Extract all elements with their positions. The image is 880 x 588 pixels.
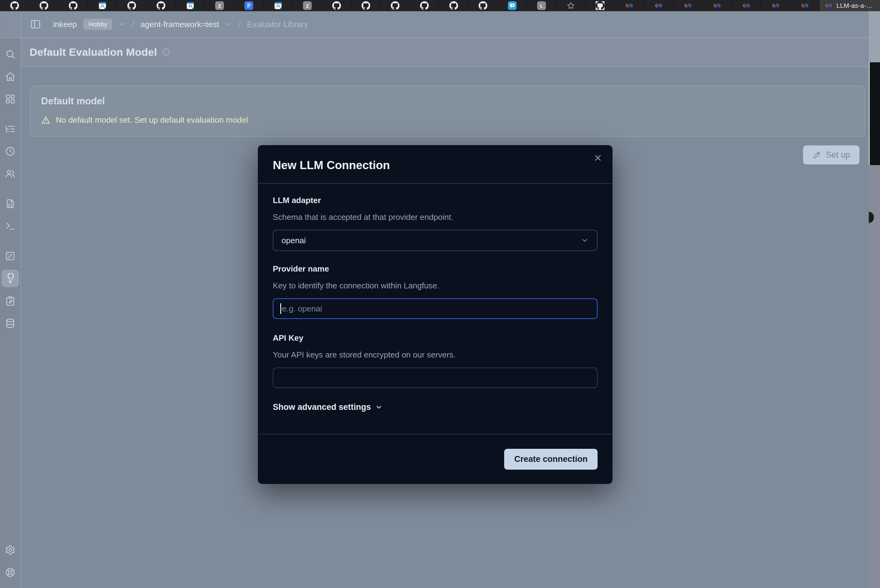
browser-tab-langfuse[interactable] <box>761 0 790 11</box>
breadcrumb-org[interactable]: inkeep <box>53 20 77 29</box>
pencil-icon <box>813 151 821 159</box>
langfuse-favicon <box>684 1 692 10</box>
sidebar-item-datasets[interactable] <box>1 315 19 332</box>
langfuse-favicon <box>825 2 833 10</box>
page-title: Default Evaluation Model <box>30 46 157 58</box>
browser-tab-langfuse[interactable] <box>703 0 732 11</box>
sidebar-item-support[interactable] <box>1 564 19 581</box>
chevron-down-icon[interactable] <box>118 21 126 28</box>
browser-tab-github[interactable] <box>29 0 58 11</box>
modal-title: New LLM Connection <box>273 159 598 172</box>
warning-text: No default model set. Set up default eva… <box>56 115 248 125</box>
svg-text:Z: Z <box>306 3 309 8</box>
show-advanced-settings-toggle[interactable]: Show advanced settings <box>273 402 598 412</box>
github-favicon <box>449 1 458 10</box>
chat-favicon <box>508 1 517 10</box>
github-light-favicon <box>596 1 604 10</box>
set-up-button[interactable]: Set up <box>803 146 859 165</box>
chevron-down-icon[interactable] <box>225 21 232 28</box>
sidebar-item-prompts[interactable] <box>1 195 19 212</box>
card-heading: Default model <box>41 96 854 107</box>
github-favicon <box>478 1 487 10</box>
sidebar-item-search[interactable] <box>1 45 19 63</box>
sidebar-item-users[interactable] <box>1 165 19 183</box>
langfuse-favicon <box>625 1 634 10</box>
browser-tab-langfuse[interactable] <box>644 0 673 11</box>
sidebar-item-tracing[interactable] <box>1 120 19 138</box>
browser-tab-github[interactable] <box>351 0 381 11</box>
browser-tab-chat[interactable] <box>498 0 527 11</box>
langfuse-favicon <box>801 1 809 10</box>
browser-tab-github[interactable] <box>146 0 175 11</box>
browser-tab-langfuse[interactable] <box>615 0 644 11</box>
sidebar-item-sessions[interactable] <box>1 142 19 160</box>
api-key-input[interactable] <box>273 368 598 388</box>
playground-icon <box>5 221 16 231</box>
github-favicon <box>39 1 48 10</box>
browser-tab-star[interactable] <box>556 0 585 11</box>
sidebar-item-settings[interactable] <box>1 541 19 559</box>
browser-tab-github[interactable] <box>439 0 468 11</box>
browser-tab-active[interactable]: LLM-as-a-… <box>820 0 880 11</box>
dashboards-icon <box>5 94 16 104</box>
provider-name-label: Provider name <box>273 264 598 274</box>
close-icon[interactable] <box>593 153 603 163</box>
gcal-favicon: 31 <box>186 1 195 10</box>
browser-tab-z[interactable]: Z <box>293 0 322 11</box>
svg-text:L: L <box>540 3 543 8</box>
svg-text:31: 31 <box>276 4 280 8</box>
search-icon <box>5 49 16 60</box>
app-header: inkeep Hobby / agent-framework=test / Ev… <box>0 11 869 38</box>
sidebar-item-evaluators[interactable] <box>1 270 19 287</box>
modal-footer: Create connection <box>258 434 613 484</box>
browser-tab-langfuse[interactable] <box>790 0 820 11</box>
browser-tab-l[interactable]: L <box>527 0 556 11</box>
breadcrumb-page: Evaluator Library <box>247 20 308 29</box>
drawer-handle <box>869 212 874 223</box>
browser-tab-github[interactable] <box>0 0 29 11</box>
info-icon[interactable] <box>162 48 170 56</box>
browser-tab-github[interactable] <box>468 0 498 11</box>
sidebar-toggle-button[interactable] <box>30 19 41 30</box>
browser-tab-gcal[interactable]: 31 <box>264 0 293 11</box>
browser-tab-z[interactable]: Z <box>205 0 234 11</box>
browser-tab-gcal[interactable]: 31 <box>88 0 117 11</box>
tracing-icon <box>5 124 16 134</box>
page-title-band: Default Evaluation Model <box>21 38 869 67</box>
svg-text:31: 31 <box>188 4 192 8</box>
browser-tab-gcal[interactable]: 31 <box>175 0 205 11</box>
sidebar-item-home[interactable] <box>1 68 19 86</box>
prompts-icon <box>5 198 16 209</box>
browser-tab-docs[interactable] <box>234 0 264 11</box>
browser-tab-github-light[interactable] <box>585 0 615 11</box>
create-connection-button[interactable]: Create connection <box>504 449 598 470</box>
adapter-select-value: openai <box>282 236 306 245</box>
browser-tab-github[interactable] <box>117 0 146 11</box>
api-key-label: API Key <box>273 333 598 343</box>
langfuse-favicon <box>654 1 663 10</box>
chevron-down-icon <box>375 404 383 411</box>
sidebar-item-scores[interactable] <box>1 247 19 265</box>
modal-header: New LLM Connection <box>258 145 613 184</box>
breadcrumb-separator: / <box>238 19 241 29</box>
provider-name-input[interactable]: e.g. openai <box>273 298 598 319</box>
adapter-select[interactable]: openai <box>273 230 598 251</box>
langfuse-favicon <box>713 1 721 10</box>
datasets-icon <box>5 318 16 328</box>
langfuse-logo <box>0 11 21 38</box>
browser-tab-langfuse[interactable] <box>673 0 703 11</box>
browser-tab-github[interactable] <box>381 0 410 11</box>
z-favicon: Z <box>303 1 312 10</box>
github-favicon <box>391 1 400 10</box>
new-llm-connection-modal: New LLM Connection LLM adapter Schema th… <box>258 145 613 484</box>
plan-badge: Hobby <box>83 19 113 30</box>
browser-tab-langfuse[interactable] <box>732 0 761 11</box>
browser-tab-github[interactable] <box>58 0 88 11</box>
breadcrumb-project[interactable]: agent-framework=test <box>141 20 219 29</box>
browser-tab-github[interactable] <box>322 0 351 11</box>
sidebar-item-playground[interactable] <box>1 218 19 235</box>
browser-tab-github[interactable] <box>410 0 439 11</box>
sidebar-item-annotation-queues[interactable] <box>1 292 19 310</box>
sidebar-item-dashboards[interactable] <box>1 90 19 108</box>
gcal-favicon: 31 <box>98 1 107 10</box>
